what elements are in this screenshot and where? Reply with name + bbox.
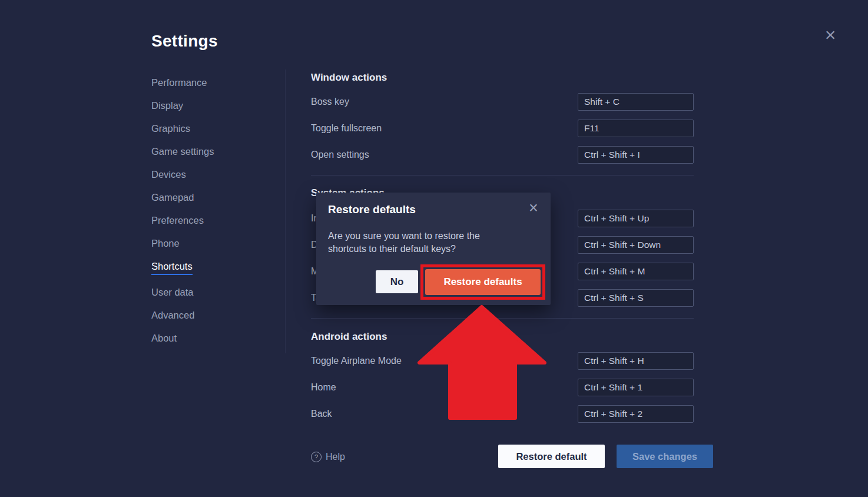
sidebar-item-devices[interactable]: Devices <box>151 168 186 180</box>
dialog-message-line1: Are you sure you want to restore the <box>328 230 480 243</box>
shortcut-label: Toggle Airplane Mode <box>311 352 402 370</box>
dialog-message-line2: shortcuts to their default keys? <box>328 243 480 256</box>
shortcut-row: Home Ctrl + Shift + 1 <box>311 379 694 396</box>
section-divider <box>311 318 694 319</box>
shortcut-label: Toggle fullscreen <box>311 120 382 137</box>
shortcut-label: Boss key <box>311 93 349 111</box>
shortcut-input-mute[interactable]: Ctrl + Shift + M <box>578 263 694 280</box>
dialog-restore-defaults-button[interactable]: Restore defaults <box>425 269 541 295</box>
shortcut-input-decrease-volume[interactable]: Ctrl + Shift + Down <box>578 236 694 254</box>
shortcut-input-open-settings[interactable]: Ctrl + Shift + I <box>578 146 694 164</box>
sidebar: Performance Display Graphics Game settin… <box>151 77 214 355</box>
dialog-title: Restore defaults <box>328 203 416 216</box>
shortcut-label: Back <box>311 405 332 423</box>
shortcut-label: Home <box>311 379 336 396</box>
restore-defaults-dialog: Restore defaults × Are you sure you want… <box>316 193 551 305</box>
window-close-icon[interactable]: × <box>821 26 840 45</box>
dialog-message: Are you sure you want to restore the sho… <box>328 230 480 255</box>
shortcut-input-home[interactable]: Ctrl + Shift + 1 <box>578 379 694 396</box>
shortcut-input-back[interactable]: Ctrl + Shift + 2 <box>578 405 694 423</box>
shortcut-row: Boss key Shift + C <box>311 93 694 111</box>
sidebar-content-divider <box>285 69 286 353</box>
sidebar-item-shortcuts[interactable]: Shortcuts <box>151 260 193 275</box>
section-title-window-actions: Window actions <box>311 72 387 84</box>
section-divider <box>311 175 694 175</box>
help-label: Help <box>326 452 345 462</box>
sidebar-item-user-data[interactable]: User data <box>151 286 194 298</box>
dialog-no-button[interactable]: No <box>376 270 418 293</box>
shortcut-input-take-screenshot[interactable]: Ctrl + Shift + S <box>578 289 694 307</box>
shortcut-input-increase-volume[interactable]: Ctrl + Shift + Up <box>578 210 694 227</box>
shortcut-input-toggle-fullscreen[interactable]: F11 <box>578 120 694 137</box>
page-title: Settings <box>151 32 218 51</box>
shortcut-row: Back Ctrl + Shift + 2 <box>311 405 694 423</box>
sidebar-item-advanced[interactable]: Advanced <box>151 309 194 321</box>
help-icon: ? <box>311 452 322 462</box>
sidebar-item-phone[interactable]: Phone <box>151 237 180 249</box>
sidebar-item-game-settings[interactable]: Game settings <box>151 145 214 157</box>
shortcut-label: Open settings <box>311 146 369 164</box>
sidebar-item-preferences[interactable]: Preferences <box>151 214 204 226</box>
shortcut-row: Toggle fullscreen F11 <box>311 120 694 137</box>
sidebar-item-graphics[interactable]: Graphics <box>151 122 190 134</box>
sidebar-item-gamepad[interactable]: Gamepad <box>151 191 194 203</box>
shortcut-input-boss-key[interactable]: Shift + C <box>578 93 694 111</box>
sidebar-item-display[interactable]: Display <box>151 100 183 111</box>
dialog-close-icon[interactable]: × <box>526 201 541 216</box>
shortcut-row: Toggle Airplane Mode Ctrl + Shift + H <box>311 352 694 370</box>
shortcut-row: Open settings Ctrl + Shift + I <box>311 146 694 164</box>
sidebar-item-performance[interactable]: Performance <box>151 77 207 88</box>
restore-default-button[interactable]: Restore default <box>498 445 605 468</box>
settings-window: Settings × Performance Display Graphics … <box>0 0 868 497</box>
sidebar-item-about[interactable]: About <box>151 332 177 344</box>
save-changes-button[interactable]: Save changes <box>617 445 713 468</box>
shortcut-input-toggle-airplane-mode[interactable]: Ctrl + Shift + H <box>578 352 694 370</box>
section-title-android-actions: Android actions <box>311 331 387 343</box>
help-link[interactable]: ?Help <box>311 451 345 463</box>
